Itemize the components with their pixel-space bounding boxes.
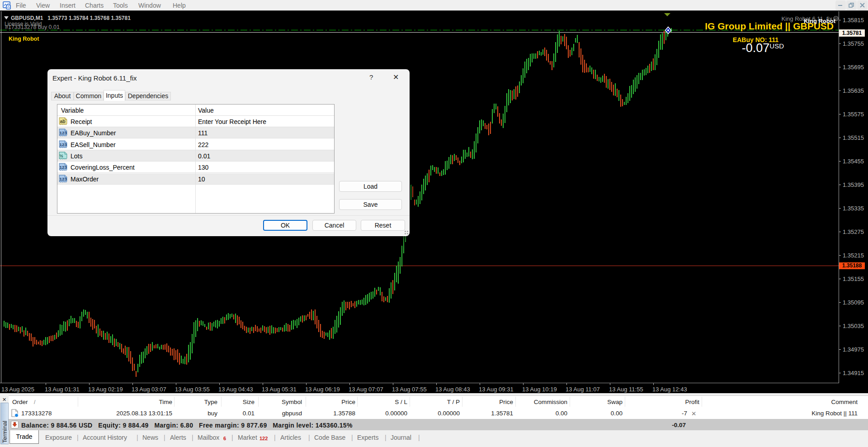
svg-text:ab: ab xyxy=(60,119,66,124)
svg-text:123: 123 xyxy=(60,176,67,181)
svg-text:123: 123 xyxy=(60,130,67,135)
svg-text:½: ½ xyxy=(60,153,63,158)
svg-text:123: 123 xyxy=(60,142,67,147)
svg-text:123: 123 xyxy=(60,165,67,170)
